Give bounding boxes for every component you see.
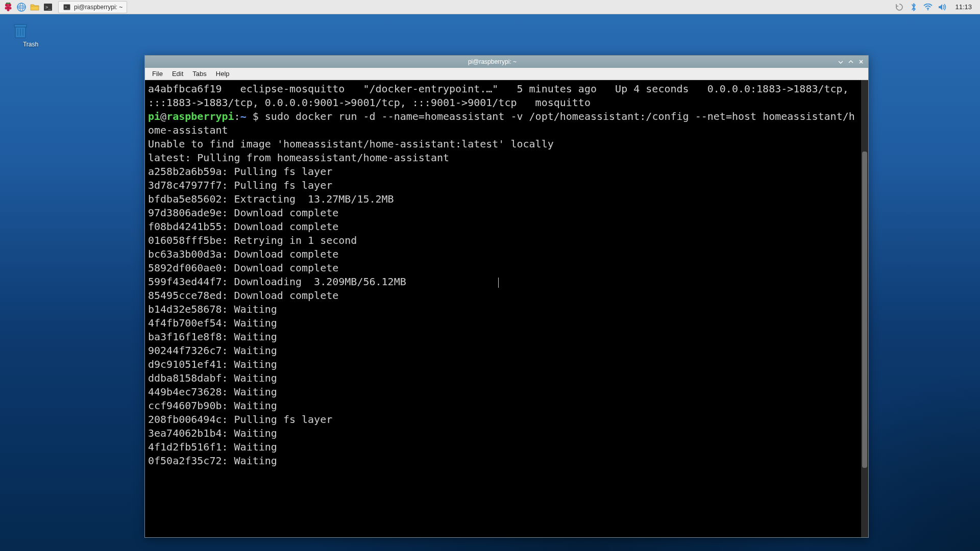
window-maximize-button[interactable] [847,58,855,66]
volume-icon[interactable] [938,3,947,12]
terminal-line: Unable to find image 'homeassistant/home… [148,137,858,151]
terminal-scrollbar[interactable] [861,80,868,537]
menu-raspberry-icon[interactable] [2,1,14,13]
trash-icon [10,20,51,41]
terminal-scrollbar-thumb[interactable] [862,152,867,468]
terminal-line: ba3f16f1e8f8: Waiting [148,330,858,344]
terminal-line: 5892df060ae0: Download complete [148,261,858,275]
browser-icon[interactable] [15,1,28,13]
terminal-line: 3ea74062b1b4: Waiting [148,427,858,440]
terminal-launcher-icon[interactable]: >_ [42,1,54,13]
svg-text:>_: >_ [45,5,51,10]
terminal-line: 3d78c47977f7: Pulling fs layer [148,179,858,192]
terminal-line: 4f4fb700ef54: Waiting [148,316,858,330]
system-tray: 11:13 [890,3,980,12]
terminal-line: 97d3806ade9e: Download complete [148,206,858,220]
terminal-line: ccf94607b90b: Waiting [148,399,858,413]
svg-point-5 [7,9,10,11]
svg-point-14 [927,9,928,10]
terminal-line: f08bd4241b55: Download complete [148,220,858,234]
terminal-line: ddba8158dabf: Waiting [148,371,858,385]
menu-tabs[interactable]: Tabs [188,69,210,79]
svg-point-4 [9,7,12,9]
desktop-icon-trash[interactable]: Trash [10,20,51,48]
terminal-line: a4abfbca6f19 eclipse-mosquitto "/docker-… [148,82,858,110]
window-buttons [837,58,865,66]
menu-help[interactable]: Help [212,69,234,79]
wifi-icon[interactable] [923,3,933,12]
svg-rect-16 [14,24,27,27]
prompt-dollar: $ [247,110,265,122]
terminal-line: bc63a3b00d3a: Download complete [148,247,858,261]
window-menubar: File Edit Tabs Help [145,68,868,80]
terminal-task-icon: >_ [63,3,71,11]
svg-point-0 [5,4,8,7]
window-titlebar[interactable]: pi@raspberrypi: ~ [145,56,868,68]
taskbar-clock[interactable]: 11:13 [952,3,975,11]
terminal-window: pi@raspberrypi: ~ File Edit Tabs Help a4… [144,55,869,538]
taskbar: >_ >_ pi@raspberrypi: ~ 11:13 [0,0,980,14]
prompt-colon: : [234,110,240,122]
prompt-path: ~ [240,110,247,122]
svg-text:>_: >_ [65,5,69,9]
terminal-line: 599f43ed44f7: Downloading 3.209MB/56.12M… [148,275,858,289]
text-cursor-icon [498,278,499,288]
svg-point-1 [8,4,11,7]
terminal-line: bfdba5e85602: Extracting 13.27MB/15.2MB [148,192,858,206]
menu-edit[interactable]: Edit [168,69,187,79]
taskbar-launchers: >_ [0,1,56,13]
terminal-line: 449b4ec73628: Waiting [148,385,858,399]
svg-point-3 [5,7,8,9]
terminal-line: a258b2a6b59a: Pulling fs layer [148,165,858,179]
taskbar-task-label: pi@raspberrypi: ~ [74,4,122,11]
terminal-line: d9c91051ef41: Waiting [148,358,858,371]
desktop-icon-label: Trash [10,41,51,48]
terminal-body[interactable]: a4abfbca6f19 eclipse-mosquitto "/docker-… [145,80,861,537]
terminal-line: 0f50a2f35c72: Waiting [148,454,858,468]
taskbar-task-terminal[interactable]: >_ pi@raspberrypi: ~ [58,1,127,13]
bluetooth-icon[interactable] [909,3,918,12]
terminal-prompt-line: pi@raspberrypi:~ $ sudo docker run -d --… [148,110,858,137]
window-title: pi@raspberrypi: ~ [148,58,837,65]
terminal-line: 208fb006494c: Pulling fs layer [148,413,858,427]
prompt-user: pi [148,110,160,122]
window-close-button[interactable] [857,58,865,66]
terminal-line: b14d32e58678: Waiting [148,303,858,316]
terminal-line: 90244f7326c7: Waiting [148,344,858,358]
terminal-line: 85495cce78ed: Download complete [148,289,858,303]
terminal-line: latest: Pulling from homeassistant/home-… [148,151,858,165]
terminal-line: 016058fff5be: Retrying in 1 second [148,234,858,247]
prompt-at: @ [160,110,166,122]
window-minimize-button[interactable] [837,58,845,66]
updates-icon[interactable] [895,3,904,12]
prompt-host: raspberrypi [166,110,234,122]
menu-file[interactable]: File [148,69,167,79]
file-manager-icon[interactable] [29,1,41,13]
terminal-body-wrap: a4abfbca6f19 eclipse-mosquitto "/docker-… [145,80,868,537]
terminal-line: 4f1d2fb516f1: Waiting [148,440,858,454]
